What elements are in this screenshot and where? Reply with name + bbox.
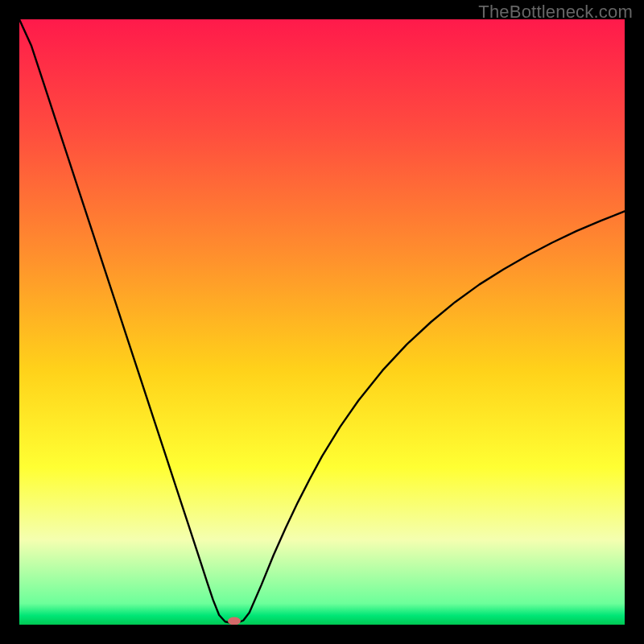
bottleneck-chart bbox=[19, 19, 625, 625]
gradient-background bbox=[19, 19, 625, 625]
chart-frame bbox=[19, 19, 625, 625]
